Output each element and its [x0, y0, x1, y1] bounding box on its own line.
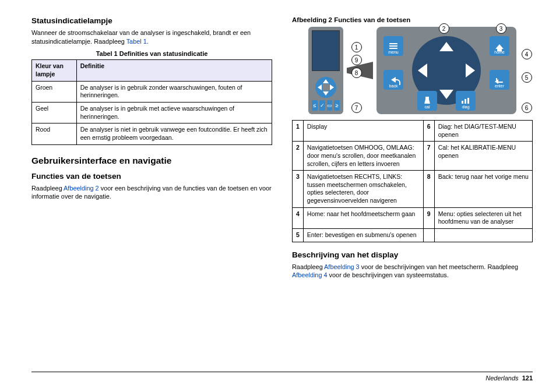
figure-2-caption: Afbeelding 2 Functies van de toetsen: [292, 16, 533, 23]
device-dpad: [315, 77, 336, 98]
key-diag: diag: [456, 91, 476, 111]
para-display-description: Raadpleeg Afbeelding 3 voor de beschrijv…: [292, 263, 533, 280]
heading-key-functions: Functies van de toetsen: [31, 172, 272, 181]
menu-icon: [389, 43, 397, 49]
link-figure-4[interactable]: Afbeelding 4: [292, 271, 328, 278]
back-icon: [391, 77, 396, 83]
device-front: ≤ ✓ ▭ ≥: [308, 27, 343, 114]
key-enter: enter: [490, 70, 509, 90]
enter-icon: [496, 78, 503, 83]
callout-1: 1: [351, 42, 362, 52]
heading-ui-nav: Gebruikersinterface en navigatie: [31, 156, 272, 166]
cal-icon: [424, 97, 430, 104]
callout-9: 9: [351, 55, 362, 65]
page-footer: Nederlands 121: [31, 372, 533, 382]
home-icon: [495, 44, 504, 49]
callout-6: 6: [522, 103, 532, 113]
callout-7: 7: [351, 103, 362, 113]
keypad-panel: menu home back enter cal diag: [376, 27, 516, 114]
key-cal: cal: [417, 91, 437, 111]
small-key: ▭: [327, 100, 333, 111]
small-key: ✓: [319, 100, 325, 111]
callout-8: 8: [351, 68, 362, 78]
figure-2-graphic: ≤ ✓ ▭ ≥ menu home back enter cal: [293, 27, 532, 114]
link-figure-2[interactable]: Afbeelding 2: [64, 185, 99, 192]
table-status-definitions: Kleur van lampjeDefinitie GroenDe analys…: [31, 59, 272, 144]
diag-icon: [462, 98, 470, 104]
small-key: ≥: [334, 100, 340, 111]
small-key: ≤: [312, 100, 318, 111]
callout-5: 5: [522, 72, 532, 83]
callout-2: 2: [439, 23, 449, 34]
table-1-caption: Tabel 1 Definities van statusindicatie: [31, 50, 272, 57]
key-home: home: [490, 36, 509, 56]
device-display: [312, 30, 340, 71]
callout-4: 4: [522, 49, 532, 59]
para-status-intro: Wanneer de stroomschakelaar van de analy…: [31, 29, 272, 45]
figure-2-legend: 1Display6Diag: het DIAG/TEST-MENU openen…: [292, 120, 533, 242]
link-table-1[interactable]: Tabel 1: [126, 38, 147, 45]
key-back: back: [383, 70, 403, 90]
heading-display-description: Beschrijving van het display: [292, 250, 533, 259]
heading-status-light: Statusindicatielampje: [31, 16, 272, 25]
key-menu: menu: [383, 36, 403, 56]
callout-3: 3: [496, 23, 506, 34]
para-key-functions: Raadpleeg Afbeelding 2 voor een beschrij…: [31, 184, 272, 201]
link-figure-3[interactable]: Afbeelding 3: [324, 263, 360, 270]
